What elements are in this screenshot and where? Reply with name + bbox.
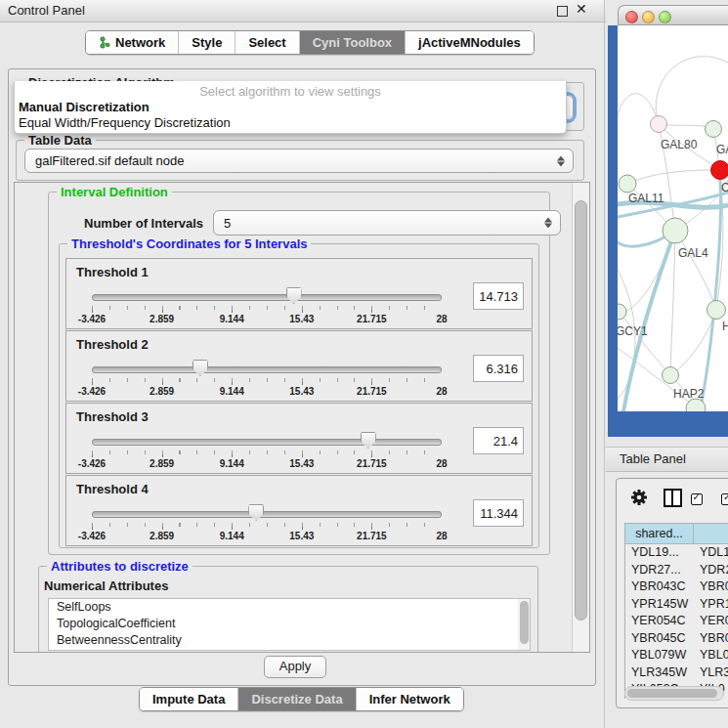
node-gal11 [619,175,636,193]
network-window-titlebar[interactable] [618,5,728,25]
cell[interactable]: YLR3 [694,664,728,682]
tick-label: 15.43 [289,386,314,397]
slider-track[interactable] [92,511,442,518]
table-scrollbar-thumb[interactable] [627,689,717,698]
threshold-4-value-field[interactable]: 11.344 [473,499,524,527]
table-row[interactable]: YBR043C YBR0 [625,578,728,596]
attributes-list[interactable]: SelfLoops TopologicalCoefficient Between… [48,598,531,651]
apply-button[interactable]: Apply [264,656,326,678]
tab-infer-network[interactable]: Infer Network [356,688,463,710]
float-window-icon[interactable] [557,6,568,17]
cell[interactable]: YBR045C [625,630,694,648]
column-header-name[interactable]: na [694,524,728,543]
tick-label: 28 [436,458,447,469]
thresholds-group: Threshold's Coordinates for 5 Intervals … [59,243,539,548]
dropdown-item-manual[interactable]: Manual Discretization [18,100,563,115]
panel-divider[interactable] [604,0,605,728]
column-header-shared-name[interactable]: shared... [625,524,694,543]
gear-icon[interactable] [630,489,648,506]
node-gal80 [651,116,667,133]
tab-cyni-toolbox[interactable]: Cyni Toolbox [299,31,405,54]
threshold-3-label: Threshold 3 [76,409,149,424]
list-scrollbar[interactable] [518,599,530,650]
table-row[interactable]: YPR145W YPR1 [625,596,728,614]
table-data-combobox[interactable]: galFiltered.sif default node [24,149,574,173]
cell[interactable]: YBL0 [694,647,728,664]
tick-label: 28 [436,314,447,324]
tick-label: 15.43 [289,531,314,541]
slider-track[interactable] [92,294,442,301]
threshold-1-value-field[interactable]: 14.713 [473,282,524,310]
cell[interactable]: YDR27... [625,562,694,579]
tick-label: 9.144 [220,386,244,397]
list-item[interactable]: TopologicalCoefficient [49,616,530,632]
table-row[interactable]: YDL19... YDL1 [625,544,728,562]
slider-thumb[interactable] [193,360,208,376]
tick-label: 2.859 [150,458,174,469]
num-intervals-combobox[interactable]: 5 [213,210,561,236]
dropdown-prompt[interactable]: Select algorithm to view settings [15,84,566,99]
zoom-traffic-light-icon[interactable] [659,11,671,23]
num-intervals-label: Number of Intervals [84,216,203,231]
cell[interactable]: YDR2 [694,562,728,579]
network-view-window: GAL80 GA C GAL11 GAL4 GCY1 H HAP2 [608,5,728,437]
table-row[interactable]: YBR045C YBR0 [625,630,728,648]
cell[interactable]: YER0 [694,613,728,630]
slider-thumb[interactable] [286,287,302,304]
slider-track[interactable] [92,366,442,373]
cell[interactable]: YPR1 [694,596,728,614]
cell[interactable]: YPR145W [625,596,694,614]
tab-network[interactable]: Network [86,31,178,54]
close-icon[interactable]: ✕ [576,1,587,17]
tick-label: 21.715 [357,458,387,469]
control-panel-tabbar: Network Style Select Cyni Toolbox jActiv… [85,30,535,55]
cell[interactable]: YBR0 [694,578,728,596]
cell[interactable]: YLR345W [625,664,694,682]
threshold-1-slider[interactable]: -3.426 2.859 9.144 15.43 21.715 28 [92,294,442,301]
node-label-partial-c: C [721,181,728,194]
list-scrollbar-thumb[interactable] [520,601,529,644]
cell[interactable]: YDL1 [694,544,728,562]
tick-label: 9.144 [220,531,244,541]
threshold-3-value-field[interactable]: 21.4 [473,427,524,454]
table-horizontal-scrollbar[interactable] [624,686,724,701]
list-item[interactable]: SelfLoops [49,599,530,616]
cell[interactable]: YBR043C [625,578,694,596]
tab-impute-data[interactable]: Impute Data [140,688,237,710]
table-row[interactable]: YLR345W YLR3 [625,664,728,682]
tick-label: 21.715 [357,314,387,324]
checkbox-icon[interactable] [691,493,703,505]
threshold-4-slider[interactable]: -3.426 2.859 9.144 15.43 21.715 28 [92,511,442,518]
threshold-2-slider[interactable]: -3.426 2.859 9.144 15.43 21.715 28 [92,366,442,373]
tick-label: -3.426 [78,314,106,324]
checkbox-icon[interactable] [721,493,728,505]
cell[interactable]: YER054C [625,613,694,630]
slider-track[interactable] [92,439,442,446]
list-item[interactable]: BetweennessCentrality [49,632,530,649]
table-row[interactable]: YDR27... YDR2 [625,562,728,579]
tab-discretize-data[interactable]: Discretize Data [237,688,355,710]
tab-style[interactable]: Style [178,31,235,54]
settings-scrollbar-thumb[interactable] [575,200,587,621]
cell[interactable]: YBL079W [625,647,694,664]
minimize-traffic-light-icon[interactable] [642,11,655,23]
table-row[interactable]: YBL079W YBL0 [625,647,728,664]
node-hap2 [663,367,679,384]
cell[interactable]: YBR0 [694,630,728,648]
threshold-3-slider[interactable]: -3.426 2.859 9.144 15.43 21.715 28 [92,439,442,446]
settings-scrollbar[interactable] [572,183,589,652]
tick-label: 2.859 [150,314,174,324]
threshold-2-value-field[interactable]: 6.316 [473,355,524,382]
split-columns-icon[interactable] [664,489,682,507]
table-row[interactable]: YER054C YER0 [625,613,728,630]
slider-thumb[interactable] [361,432,376,449]
cell[interactable]: YDL19... [625,544,694,562]
close-traffic-light-icon[interactable] [625,11,638,23]
slider-thumb[interactable] [248,504,264,521]
network-canvas[interactable]: GAL80 GA C GAL11 GAL4 GCY1 H HAP2 [618,25,728,411]
tab-select[interactable]: Select [235,31,298,54]
table-header-row: shared... na [625,524,728,544]
tick-label: 28 [436,386,447,397]
dropdown-item-equal-width[interactable]: Equal Width/Frequency Discretization [18,115,563,131]
tab-jactivemnodules[interactable]: jActiveMNodules [405,31,534,54]
